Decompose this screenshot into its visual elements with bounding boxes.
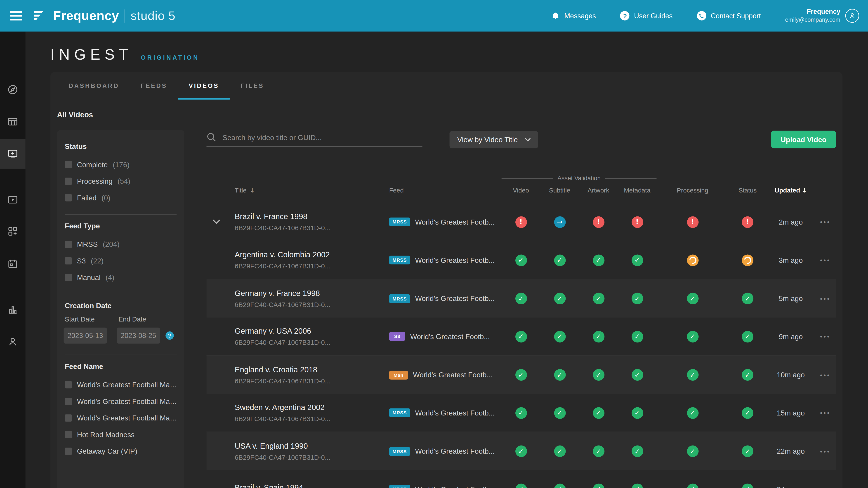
filter-status-title: Status xyxy=(65,142,178,151)
account-menu[interactable]: Frequency emily@company.com xyxy=(785,8,859,24)
feed-name: World's Greatest Footb... xyxy=(415,447,495,455)
sidebar-item-apps[interactable] xyxy=(0,219,26,244)
sidebar-item-vod[interactable] xyxy=(0,187,26,213)
tab-dashboard[interactable]: DASHBOARD xyxy=(69,72,119,99)
video-status-icon: ✓ xyxy=(515,407,527,418)
checkbox[interactable] xyxy=(65,257,72,264)
table-row[interactable]: Sweden v. Argentina 2002 6B29FC40-CA47-1… xyxy=(206,394,836,432)
table-row[interactable]: Germany v. France 1998 6B29FC40-CA47-106… xyxy=(206,280,836,318)
column-header-updated[interactable]: Updated xyxy=(767,187,815,194)
checkbox[interactable] xyxy=(65,194,72,201)
subtitle-status-icon: ✓ xyxy=(554,330,565,342)
table-header: Title Feed Video Subtitle Artwork Metada… xyxy=(206,183,836,198)
tab-feeds[interactable]: FEEDS xyxy=(141,72,167,99)
account-email: emily@company.com xyxy=(785,16,840,24)
row-menu-icon[interactable] xyxy=(820,371,831,378)
view-by-dropdown[interactable]: View by Video Title xyxy=(450,131,538,148)
upload-video-button[interactable]: Upload Video xyxy=(771,131,836,148)
avatar-icon[interactable] xyxy=(845,9,859,23)
brand-name: Frequency xyxy=(53,8,119,23)
sidebar-item-analytics[interactable] xyxy=(0,297,26,322)
table-row[interactable]: Argentina v. Colombia 2002 6B29FC40-CA47… xyxy=(206,241,836,280)
processing-status-icon: ✓ xyxy=(687,445,698,457)
left-sidebar xyxy=(0,32,26,488)
filter-option-complete[interactable]: Complete (176) xyxy=(64,156,178,173)
videos-table-area: View by Video Title Upload Video Asset V… xyxy=(206,130,836,488)
filter-option-s3[interactable]: S3 (22) xyxy=(64,252,178,269)
brand-product: studio 5 xyxy=(131,8,176,23)
apps-plus-icon xyxy=(7,226,18,237)
metadata-status-icon: ✓ xyxy=(631,407,643,418)
app-window: Frequency studio 5 Messages User Guides … xyxy=(0,0,868,488)
video-title: Brazil v. Spain 1994 xyxy=(235,483,389,488)
row-menu-icon[interactable] xyxy=(820,448,831,454)
checkbox[interactable] xyxy=(65,431,72,438)
section-title: All Videos xyxy=(57,111,842,119)
grid-table-icon xyxy=(7,116,18,127)
search-input[interactable] xyxy=(222,133,422,141)
table-row[interactable]: England v. Croatia 2018 6B29FC40-CA47-10… xyxy=(206,356,836,394)
search-box[interactable] xyxy=(206,132,422,147)
sidebar-item-schedule[interactable] xyxy=(0,251,26,277)
tab-files[interactable]: FILES xyxy=(241,72,264,99)
filter-option-failed[interactable]: Failed (0) xyxy=(64,189,178,206)
table-toolbar: View by Video Title Upload Video xyxy=(206,131,836,148)
row-menu-icon[interactable] xyxy=(820,257,831,263)
table-row[interactable]: Brazil v. France 1998 6B29FC40-CA47-1067… xyxy=(206,203,836,241)
frequency-logo-icon xyxy=(33,10,48,21)
checkbox[interactable] xyxy=(65,161,72,168)
checkbox[interactable] xyxy=(65,381,72,388)
video-player-icon xyxy=(7,194,18,205)
sidebar-item-discover[interactable] xyxy=(0,77,26,102)
filter-option-feed-name[interactable]: Hot Rod Madness xyxy=(64,426,178,443)
expand-chevron-icon[interactable] xyxy=(213,219,220,224)
table-row[interactable]: Germany v. USA 2006 6B29FC40-CA47-1067B3… xyxy=(206,318,836,356)
filter-option-feed-name[interactable]: World's Greatest Football Mat... xyxy=(64,410,178,426)
video-status-icon: ✓ xyxy=(515,369,527,381)
sidebar-item-epg[interactable] xyxy=(0,109,26,134)
filter-option-feed-name[interactable]: Getaway Car (VIP) xyxy=(64,443,178,459)
table-row[interactable]: Brazil v. Spain 1994 MRSS World's Greate… xyxy=(206,470,836,488)
video-title: Germany v. France 1998 xyxy=(235,289,389,297)
sidebar-item-ingest[interactable] xyxy=(0,139,26,169)
filter-option-processing[interactable]: Processing (54) xyxy=(64,173,178,189)
column-header-feed: Feed xyxy=(389,187,502,194)
messages-link[interactable]: Messages xyxy=(552,11,596,20)
row-menu-icon[interactable] xyxy=(820,486,831,488)
artwork-status-icon: ✓ xyxy=(593,483,604,488)
filter-option-mrss[interactable]: MRSS (204) xyxy=(64,236,178,252)
checkbox[interactable] xyxy=(65,177,72,185)
contact-support-link[interactable]: Contact Support xyxy=(697,11,761,21)
filter-option-manual[interactable]: Manual (4) xyxy=(64,269,178,285)
row-menu-icon[interactable] xyxy=(820,219,831,225)
artwork-status-icon: ✓ xyxy=(593,254,604,266)
column-header-title[interactable]: Title xyxy=(206,187,389,194)
video-status-icon: ✓ xyxy=(515,483,527,488)
feed-name: World's Greatest Footb... xyxy=(415,256,495,264)
tab-videos[interactable]: VIDEOS xyxy=(189,72,219,99)
content-row: Status Complete (176) Processing (54) Fa… xyxy=(51,130,842,488)
row-menu-icon[interactable] xyxy=(820,410,831,416)
table-row[interactable]: USA v. England 1990 6B29FC40-CA47-1067B3… xyxy=(206,432,836,470)
checkbox[interactable] xyxy=(65,398,72,405)
sidebar-item-audience[interactable] xyxy=(0,329,26,354)
row-menu-icon[interactable] xyxy=(820,295,831,302)
overall-status-icon: ✓ xyxy=(742,369,753,381)
start-date-input[interactable] xyxy=(64,328,107,344)
end-date-input[interactable] xyxy=(117,328,160,344)
filter-feed-type-title: Feed Type xyxy=(65,222,178,230)
user-guides-link[interactable]: User Guides xyxy=(620,11,673,21)
filter-option-feed-name[interactable]: World's Greatest Football Mat... xyxy=(64,393,178,410)
row-menu-icon[interactable] xyxy=(820,333,831,339)
table-body: Brazil v. France 1998 6B29FC40-CA47-1067… xyxy=(206,203,836,488)
checkbox[interactable] xyxy=(65,414,72,421)
date-help-icon[interactable] xyxy=(165,331,174,340)
checkbox[interactable] xyxy=(65,240,72,248)
processing-status-icon: ✓ xyxy=(687,369,698,381)
filter-option-feed-name[interactable]: World's Greatest Football Mat... xyxy=(64,376,178,393)
checkbox[interactable] xyxy=(65,447,72,455)
hamburger-menu-icon[interactable] xyxy=(10,11,22,21)
checkbox[interactable] xyxy=(65,273,72,281)
divider xyxy=(65,355,177,355)
subtitle-status-icon: → xyxy=(554,216,565,228)
